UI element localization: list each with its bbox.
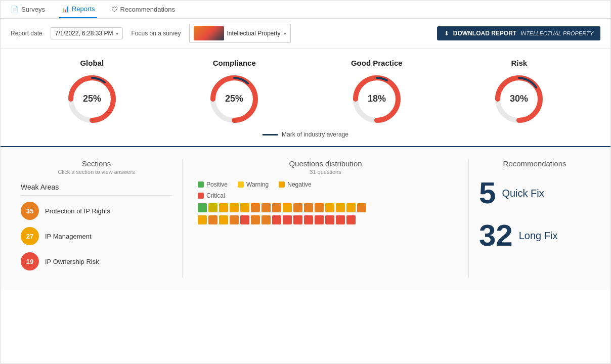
nav-surveys[interactable]: 📄 Surveys <box>9 1 47 18</box>
section-item-ownership[interactable]: 19 IP Ownership Risk <box>21 252 172 270</box>
legend-warning: Warning <box>238 181 269 188</box>
survey-name: Intellectual Property <box>227 30 281 37</box>
sections-panel: Sections Click a section to view answers… <box>11 159 183 278</box>
section-badge-management: 27 <box>21 227 39 245</box>
legend-negative: Negative <box>279 181 311 188</box>
dist-square <box>304 203 313 212</box>
chevron-down-icon: ▾ <box>116 31 118 36</box>
download-button[interactable]: ⬇ DOWNLOAD REPORT INTELLECTUAL PROPERTY <box>437 26 600 40</box>
warning-color-icon <box>238 181 244 188</box>
dist-square <box>230 203 239 212</box>
dist-square <box>346 215 356 224</box>
report-date-value: 7/1/2022, 6:28:33 PM <box>55 30 113 37</box>
gauge-compliance: Compliance 25% <box>206 59 262 127</box>
nav-surveys-label: Surveys <box>21 6 45 13</box>
reco-item-long-fix: 32 Long Fix <box>479 220 557 251</box>
gauge-good-practice: Good Practice 18% <box>349 59 405 127</box>
section-name-protection: Protection of IP Rights <box>45 207 110 215</box>
legend-critical: Critical <box>198 192 225 199</box>
download-label: DOWNLOAD REPORT <box>453 30 516 37</box>
recommendations-icon: 🛡 <box>111 6 118 13</box>
reports-icon: 📊 <box>61 5 69 13</box>
dist-square <box>315 203 324 212</box>
questions-title: Questions distribution <box>198 159 453 168</box>
distribution-grid <box>198 203 390 224</box>
download-icon: ⬇ <box>444 30 449 37</box>
nav-reports[interactable]: 📊 Reports <box>59 1 97 18</box>
dist-square <box>240 203 249 212</box>
sections-title: Sections <box>21 159 172 168</box>
recommendations-panel: Recommendations 5 Quick Fix 32 Long Fix <box>469 159 600 278</box>
dist-square <box>198 215 207 224</box>
gauge-global-title: Global <box>80 59 104 67</box>
survey-chevron-icon: ▾ <box>284 31 286 36</box>
dist-square <box>325 215 334 224</box>
gauge-global-svg: 25% <box>64 71 120 127</box>
dist-square <box>261 203 271 212</box>
toolbar: Report date 7/1/2022, 6:28:33 PM ▾ Focus… <box>1 19 610 49</box>
industry-legend-text: Mark of industry average <box>282 131 348 138</box>
report-date-dropdown[interactable]: 7/1/2022, 6:28:33 PM ▾ <box>51 27 123 39</box>
long-fix-number: 32 <box>479 220 513 251</box>
negative-color-icon <box>279 181 285 188</box>
nav-recommendations[interactable]: 🛡 Recommendations <box>109 1 177 18</box>
dist-square <box>272 215 281 224</box>
top-nav: 📄 Surveys 📊 Reports 🛡 Recommendations <box>1 1 610 19</box>
dist-square <box>315 215 324 224</box>
dist-square <box>219 203 228 212</box>
legend-row: Positive Warning Negative <box>198 181 453 188</box>
dist-square <box>293 203 302 212</box>
positive-color-icon <box>198 181 204 188</box>
svg-text:18%: 18% <box>368 94 386 104</box>
svg-text:25%: 25% <box>83 94 101 104</box>
dist-square <box>283 215 292 224</box>
reco-item-quick-fix: 5 Quick Fix <box>479 178 544 208</box>
quick-fix-label: Quick Fix <box>502 188 544 199</box>
sections-subtitle: Click a section to view answers <box>21 169 172 175</box>
dist-square <box>325 203 334 212</box>
legend-positive: Positive <box>198 181 228 188</box>
section-name-management: IP Management <box>45 233 92 240</box>
dist-square <box>336 215 345 224</box>
dist-square <box>261 215 271 224</box>
dist-square <box>346 203 356 212</box>
weak-areas-title: Weak Areas <box>21 183 172 196</box>
gauge-risk-title: Risk <box>511 59 527 67</box>
svg-text:25%: 25% <box>225 94 243 104</box>
dist-square <box>230 215 239 224</box>
legend-row-2: Critical <box>198 192 453 199</box>
dist-square <box>240 215 249 224</box>
dist-square <box>208 203 217 212</box>
section-name-ownership: IP Ownership Risk <box>45 258 99 265</box>
gauges-section: Global 25% Compliance 25% <box>1 49 610 147</box>
gauge-risk: Risk 30% <box>491 59 547 127</box>
questions-subtitle: 31 questions <box>198 169 453 175</box>
gauge-risk-svg: 30% <box>491 71 547 127</box>
long-fix-label: Long Fix <box>519 230 558 242</box>
download-survey-name: INTELLECTUAL PROPERTY <box>520 30 593 36</box>
dist-square <box>293 215 302 224</box>
dist-square <box>219 215 228 224</box>
dist-square <box>336 203 345 212</box>
nav-recommendations-label: Recommendations <box>120 6 175 13</box>
gauge-compliance-title: Compliance <box>213 59 256 67</box>
gauge-good-practice-title: Good Practice <box>351 59 403 67</box>
gauge-compliance-svg: 25% <box>206 71 262 127</box>
section-item-protection[interactable]: 35 Protection of IP Rights <box>21 202 172 220</box>
dist-square <box>357 203 366 212</box>
dist-square <box>272 203 281 212</box>
section-item-management[interactable]: 27 IP Management <box>21 227 172 245</box>
quick-fix-number: 5 <box>479 178 496 208</box>
section-badge-protection: 35 <box>21 202 39 220</box>
app-container: 📄 Surveys 📊 Reports 🛡 Recommendations Re… <box>0 0 611 364</box>
dist-square <box>304 215 313 224</box>
dist-square <box>251 215 260 224</box>
gauge-global: Global 25% <box>64 59 120 127</box>
critical-color-icon <box>198 193 204 199</box>
survey-dropdown[interactable]: Intellectual Property ▾ <box>189 24 291 43</box>
section-badge-ownership: 19 <box>21 252 39 270</box>
nav-reports-label: Reports <box>72 5 95 13</box>
gauge-good-practice-svg: 18% <box>349 71 405 127</box>
gauges-row: Global 25% Compliance 25% <box>21 59 590 127</box>
dist-square <box>208 215 217 224</box>
